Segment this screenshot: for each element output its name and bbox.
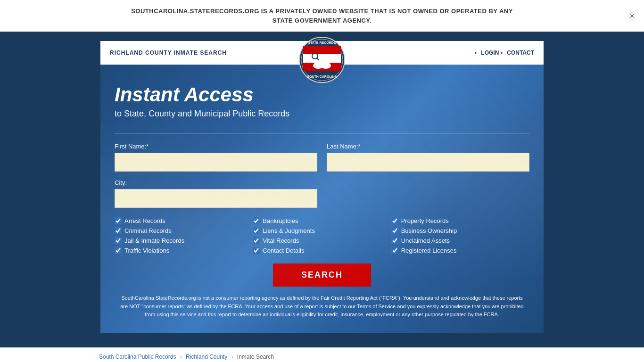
list-item: Traffic Violations [115, 247, 253, 254]
nav-bullet-login: • [475, 49, 477, 56]
last-name-group: Last Name:* [327, 143, 529, 172]
bankruptcies-checkbox[interactable] [253, 217, 260, 224]
card-header: RICHLAND COUNTY INMATE SEARCH [100, 41, 544, 65]
svg-rect-3 [303, 54, 341, 63]
checkbox-col-1: Arrest Records Criminal Records Jail & I… [115, 217, 253, 254]
breadcrumb-sc-public-records[interactable]: South Carolina Public Records [99, 354, 176, 360]
property-records-checkbox[interactable] [391, 217, 398, 224]
svg-text:STATE RECORDS: STATE RECORDS [308, 41, 336, 44]
list-item: Vital Records [253, 237, 391, 244]
first-name-label: First Name:* [115, 143, 317, 150]
divider [115, 133, 529, 133]
svg-point-8 [321, 62, 331, 69]
last-name-input[interactable] [327, 153, 529, 172]
svg-point-7 [322, 54, 329, 61]
city-row: City: [115, 179, 529, 208]
list-item: Criminal Records [115, 227, 253, 234]
contact-link[interactable]: CONTACT [507, 49, 534, 56]
arrest-records-checkbox[interactable] [115, 217, 122, 224]
business-ownership-checkbox[interactable] [391, 227, 398, 234]
first-name-group: First Name:* [115, 143, 317, 172]
unclaimed-assets-checkbox[interactable] [391, 237, 398, 244]
site-title: RICHLAND COUNTY INMATE SEARCH [110, 49, 227, 56]
nav-links: • LOGIN • CONTACT [475, 49, 534, 56]
breadcrumb-richland-county[interactable]: Richland County [186, 354, 227, 360]
logo-container: STATE RECORDS SOUTH CAROLINA [298, 36, 346, 85]
breadcrumb-bar: South Carolina Public Records › Richland… [0, 347, 644, 362]
traffic-violations-checkbox[interactable] [115, 247, 122, 254]
list-item: Bankruptcies [253, 217, 391, 224]
name-row: First Name:* Last Name:* [115, 143, 529, 172]
svg-text:SOUTH CAROLINA: SOUTH CAROLINA [307, 75, 337, 78]
list-item: Registered Licenses [391, 247, 529, 254]
site-logo: STATE RECORDS SOUTH CAROLINA [298, 36, 346, 83]
banner-text: SOUTHCAROLINA.STATERECORDS.ORG IS A PRIV… [131, 8, 513, 24]
list-item: Jail & Inmate Records [115, 237, 253, 244]
liens-judgments-checkbox[interactable] [253, 227, 260, 234]
hero-heading: Instant Access [115, 83, 529, 106]
checkbox-col-3: Property Records Business Ownership Uncl… [391, 217, 529, 254]
last-name-label: Last Name:* [327, 143, 529, 150]
hero-section: Instant Access to State, County and Muni… [100, 65, 544, 333]
vital-records-checkbox[interactable] [253, 237, 260, 244]
registered-licenses-label: Registered Licenses [401, 247, 457, 254]
unclaimed-assets-label: Unclaimed Assets [401, 237, 450, 244]
contact-details-label: Contact Details [263, 247, 304, 254]
jail-inmate-records-label: Jail & Inmate Records [124, 237, 184, 244]
vital-records-label: Vital Records [263, 237, 299, 244]
arrest-records-label: Arrest Records [124, 217, 165, 224]
city-group: City: [115, 179, 317, 208]
nav-bullet-contact: • [501, 49, 503, 56]
list-item: Arrest Records [115, 217, 253, 224]
first-name-input[interactable] [115, 153, 317, 172]
svg-rect-2 [303, 46, 341, 54]
city-input[interactable] [115, 189, 317, 208]
breadcrumb-sep-2: › [231, 354, 233, 360]
property-records-label: Property Records [401, 217, 449, 224]
list-item: Business Ownership [391, 227, 529, 234]
list-item: Unclaimed Assets [391, 237, 529, 244]
hero-subheading: to State, County and Municipal Public Re… [115, 109, 529, 119]
main-card: RICHLAND COUNTY INMATE SEARCH [100, 41, 544, 333]
traffic-violations-label: Traffic Violations [124, 247, 169, 254]
breadcrumb-sep-1: › [180, 354, 182, 360]
criminal-records-checkbox[interactable] [115, 227, 122, 234]
terms-of-service-link[interactable]: Terms of Service [357, 304, 396, 309]
breadcrumb-current: Inmate Search [237, 354, 274, 360]
criminal-records-label: Criminal Records [124, 227, 172, 234]
list-item: Contact Details [253, 247, 391, 254]
registered-licenses-checkbox[interactable] [391, 247, 398, 254]
checkbox-col-2: Bankruptcies Liens & Judgments Vital Rec… [253, 217, 391, 254]
contact-details-checkbox[interactable] [253, 247, 260, 254]
bankruptcies-label: Bankruptcies [263, 217, 298, 224]
search-button-wrapper: SEARCH [115, 263, 529, 287]
disclaimer-text: SouthCarolina.StateRecords.org is not a … [115, 294, 529, 319]
top-banner: SOUTHCAROLINA.STATERECORDS.ORG IS A PRIV… [0, 0, 644, 32]
main-background: RICHLAND COUNTY INMATE SEARCH [0, 32, 644, 347]
business-ownership-label: Business Ownership [401, 227, 457, 234]
checkboxes-area: Arrest Records Criminal Records Jail & I… [115, 217, 529, 254]
search-button[interactable]: SEARCH [273, 263, 371, 287]
login-link[interactable]: LOGIN [481, 49, 499, 56]
list-item: Property Records [391, 217, 529, 224]
city-label: City: [115, 179, 317, 186]
banner-close-button[interactable]: × [629, 11, 635, 21]
list-item: Liens & Judgments [253, 227, 391, 234]
liens-judgments-label: Liens & Judgments [263, 227, 315, 234]
jail-inmate-records-checkbox[interactable] [115, 237, 122, 244]
